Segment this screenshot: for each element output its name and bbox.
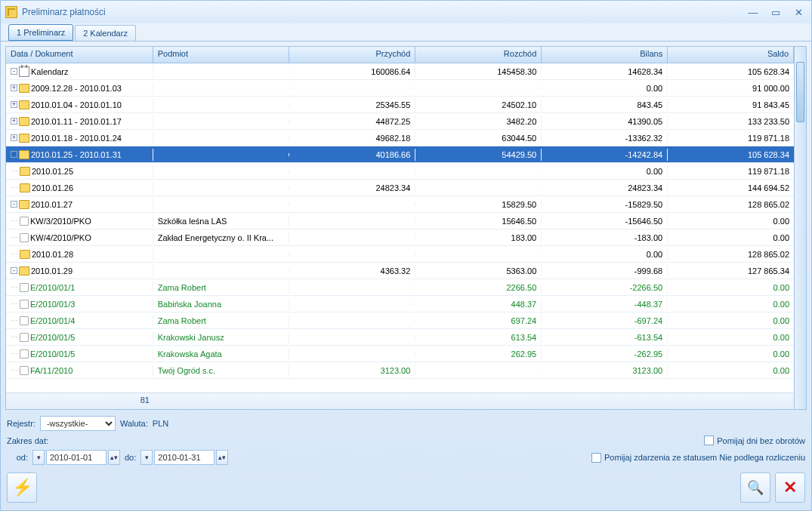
cell-value: 91 000.00	[668, 82, 794, 94]
scrollbar[interactable]	[794, 47, 806, 409]
expand-toggle[interactable]: +	[11, 118, 17, 125]
table-row[interactable]: ⋯E/2010/01/5Krakowski Janusz613.54-613.5…	[6, 329, 794, 346]
document-icon	[20, 349, 29, 359]
expand-toggle[interactable]: -	[11, 68, 17, 75]
close-button[interactable]: ✕	[790, 7, 807, 18]
cell-value: 145458.30	[415, 66, 542, 78]
table-row[interactable]: ⋯E/2010/01/1Zama Robert2266.50-2266.500.…	[6, 279, 794, 296]
cell-value: 119 871.18	[668, 165, 794, 177]
cell-value: 0.00	[668, 365, 794, 377]
rejestr-select[interactable]: -wszystkie-	[40, 416, 116, 431]
refresh-button[interactable]: ⚡	[7, 473, 37, 503]
table-row[interactable]: +2010.01.11 - 2010.01.1744872.253482.204…	[6, 113, 794, 130]
folder-icon	[19, 117, 29, 126]
col-saldo[interactable]: Saldo	[668, 47, 794, 63]
od-date-input[interactable]	[46, 450, 107, 465]
od-date-spinner[interactable]: ▴▾	[108, 450, 120, 465]
document-icon	[20, 300, 29, 309]
cell-value: -697.24	[542, 315, 668, 327]
cell-podmiot	[153, 253, 290, 256]
table-row[interactable]: -2010.01.25 - 2010.01.3140186.6654429.50…	[6, 146, 794, 163]
col-data-dokument[interactable]: Data / Dokument	[6, 47, 153, 63]
cell-value: 448.37	[415, 298, 542, 310]
table-row[interactable]: ⋯FA/11/2010Twój Ogród s.c.3123.003123.00…	[6, 362, 794, 379]
cell-value: 40186.66	[289, 149, 415, 161]
skip-status-label: Pomijaj zdarzenia ze statusem Nie podleg…	[604, 453, 805, 462]
table-row[interactable]: +2009.12.28 - 2010.01.030.0091 000.00	[6, 80, 794, 97]
table-row[interactable]: -2010.01.2715829.50-15829.50128 865.02	[6, 196, 794, 213]
cell-value: 25345.55	[289, 99, 415, 111]
col-przychod[interactable]: Przychód	[289, 47, 415, 63]
cell-value: 0.00	[668, 298, 794, 310]
document-icon	[20, 333, 29, 342]
close-panel-button[interactable]: ✕	[775, 473, 805, 503]
table-row[interactable]: +2010.01.18 - 2010.01.2449682.1863044.50…	[6, 130, 794, 146]
cell-value	[415, 186, 542, 189]
table-row[interactable]: ⋯E/2010/01/5Krakowska Agata262.95-262.95…	[6, 346, 794, 362]
folder-icon	[19, 150, 29, 159]
expand-toggle[interactable]: -	[11, 267, 17, 274]
row-label: 2010.01.18 - 2010.01.24	[31, 134, 122, 143]
cell-value: -448.37	[542, 298, 668, 310]
cell-value: 2266.50	[415, 282, 542, 294]
cell-podmiot	[153, 120, 290, 123]
cell-value: -2266.50	[542, 282, 668, 294]
folder-icon	[19, 84, 29, 93]
minimize-button[interactable]: —	[745, 7, 761, 18]
cell-value: 24823.34	[289, 182, 415, 194]
do-date-picker-icon[interactable]: ▾	[140, 450, 153, 465]
skip-empty-days-checkbox[interactable]	[704, 436, 714, 445]
table-row[interactable]: ⋯KW/4/2010/PKOZakład Energetyczny o. II …	[6, 229, 794, 246]
do-date-input[interactable]	[154, 450, 215, 465]
cell-value: 183.00	[415, 232, 542, 244]
grid-body[interactable]: -Kalendarz160086.64145458.3014628.34105 …	[6, 63, 794, 392]
expand-toggle[interactable]: +	[11, 134, 17, 141]
skip-empty-days-label: Pomijaj dni bez obrotów	[717, 436, 805, 445]
table-row[interactable]: -Kalendarz160086.64145458.3014628.34105 …	[6, 63, 794, 80]
table-row[interactable]: ⋯2010.01.280.00128 865.02	[6, 246, 794, 263]
table-row[interactable]: ⋯E/2010/01/3Babińska Joanna448.37-448.37…	[6, 296, 794, 312]
cell-value	[289, 203, 415, 206]
scroll-thumb[interactable]	[796, 62, 804, 122]
row-label: 2010.01.25	[32, 167, 73, 176]
table-row[interactable]: ⋯KW/3/2010/PKOSzkółka leśna LAS15646.50-…	[6, 213, 794, 229]
row-label: 2010.01.11 - 2010.01.17	[31, 117, 122, 126]
cell-value	[289, 87, 415, 90]
table-row[interactable]: ⋯2010.01.2624823.3424823.34144 694.52	[6, 180, 794, 196]
maximize-button[interactable]: ▭	[767, 7, 784, 18]
table-row[interactable]: ⋯2010.01.250.00119 871.18	[6, 163, 794, 180]
row-count: 81	[6, 393, 154, 409]
cell-value: 0.00	[542, 248, 668, 260]
search-button[interactable]: 🔍	[740, 473, 770, 503]
od-date-picker-icon[interactable]: ▾	[32, 450, 45, 465]
cell-value: -999.68	[542, 265, 668, 277]
skip-status-checkbox[interactable]	[591, 453, 601, 463]
table-row[interactable]: +2010.01.04 - 2010.01.1025345.5524502.10…	[6, 97, 794, 113]
table-row[interactable]: -2010.01.294363.325363.00-999.68127 865.…	[6, 263, 794, 279]
col-podmiot[interactable]: Podmiot	[153, 47, 290, 63]
expand-toggle[interactable]: +	[11, 101, 17, 108]
expand-toggle[interactable]: +	[11, 85, 17, 91]
tab-preliminarz[interactable]: 1 Preliminarz	[8, 24, 73, 41]
tab-kalendarz[interactable]: 2 Kalendarz	[75, 25, 136, 41]
do-date-spinner[interactable]: ▴▾	[216, 450, 228, 465]
col-rozchod[interactable]: Rozchód	[415, 47, 542, 63]
cell-value: -13362.32	[542, 132, 668, 144]
table-row[interactable]: ⋯E/2010/01/4Zama Robert697.24-697.240.00	[6, 312, 794, 329]
expand-toggle[interactable]: -	[11, 201, 17, 208]
cell-value: 119 871.18	[668, 132, 794, 144]
cell-podmiot	[153, 203, 290, 206]
cell-value: 14628.34	[542, 66, 668, 78]
cell-value	[289, 303, 415, 306]
cell-value: -183.00	[542, 232, 668, 244]
cell-value: 63044.50	[415, 132, 542, 144]
grid-footer: 81	[6, 392, 794, 409]
expand-toggle[interactable]: -	[11, 151, 17, 158]
cell-podmiot	[153, 153, 290, 156]
cell-value: 4363.32	[289, 265, 415, 277]
tree-grid: Data / Dokument Podmiot Przychód Rozchód…	[5, 46, 807, 410]
col-bilans[interactable]: Bilans	[542, 47, 668, 63]
cell-value	[289, 220, 415, 223]
cell-podmiot: Twój Ogród s.c.	[153, 365, 290, 377]
cell-podmiot	[153, 103, 290, 106]
